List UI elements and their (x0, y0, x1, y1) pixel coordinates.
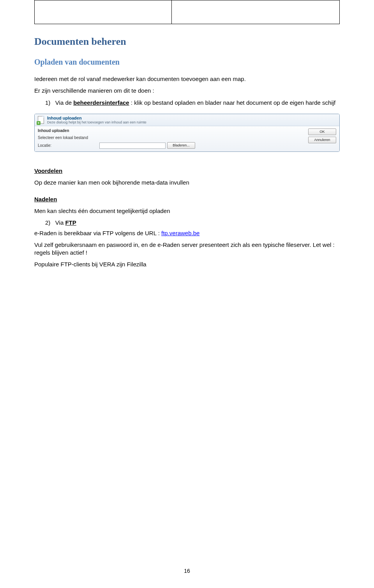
ftp-line-3: Populaire FTP-clients bij VERA zijn File… (34, 261, 340, 268)
intro-para-2: Er zijn verschillende manieren om dit te… (34, 87, 340, 95)
item1-pre: Via de (55, 99, 73, 106)
list-item-1: 1) Via de beheerdersinterface : klik op … (45, 99, 340, 107)
nadelen-text: Men kan slechts één document tegelijkert… (34, 207, 340, 215)
list-item-2: 2) Via FTP (45, 219, 340, 227)
ok-button[interactable]: OK (308, 129, 336, 135)
voordelen-text: Op deze manier kan men ook bijhorende me… (34, 179, 340, 187)
dialog-title: Inhoud uploaden (47, 116, 146, 120)
heading-1: Documenten beheren (34, 36, 340, 48)
intro-para-1: Iedereen met de rol vanaf medewerker kan… (34, 75, 340, 83)
voordelen-heading: Voordelen (34, 167, 340, 174)
heading-2: Opladen van documenten (34, 58, 340, 67)
page-number: 16 (184, 568, 190, 574)
location-label: Locatie: (38, 143, 99, 148)
browse-button[interactable]: Bladeren... (167, 142, 195, 149)
upload-dialog: + Inhoud uploaden Deze dialoog helpt bij… (34, 114, 340, 152)
cancel-button[interactable]: Annuleren (308, 137, 336, 143)
select-file-label: Selecteer een lokaal bestand (38, 136, 99, 140)
file-path-input[interactable] (99, 143, 166, 149)
ftp-line-1: e-Raden is bereikbaar via FTP volgens de… (34, 229, 340, 237)
dialog-section-title: Inhoud uploaden (38, 129, 303, 133)
document-add-icon: + (38, 116, 44, 124)
item2-pre: Via (55, 219, 65, 226)
dialog-body: Inhoud uploaden Selecteer een lokaal bes… (35, 126, 339, 151)
item1-bold: beheerdersinterface (73, 99, 129, 106)
ftp-url-link[interactable]: ftp.veraweb.be (161, 230, 199, 236)
dialog-subtitle: Deze dialoog helpt bij het toevoegen van… (47, 120, 146, 124)
item1-post: : klik op bestand opladen en blader naar… (129, 99, 336, 106)
item2-bold: FTP (65, 219, 76, 226)
dialog-header: + Inhoud uploaden Deze dialoog helpt bij… (35, 114, 339, 126)
ftp-line-2: Vul zelf gebruikersnaam en paswoord in, … (34, 241, 340, 257)
item2-num: 2) (45, 219, 50, 226)
ftp-line1-pre: e-Raden is bereikbaar via FTP volgens de… (34, 230, 161, 236)
header-empty-table (34, 0, 340, 24)
item1-num: 1) (45, 99, 50, 106)
nadelen-heading: Nadelen (34, 196, 340, 202)
